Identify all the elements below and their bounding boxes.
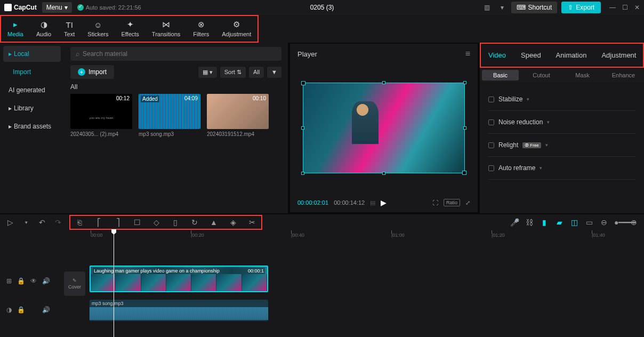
sort-button[interactable]: Sort ⇅ (220, 67, 246, 78)
delete-tool[interactable]: ☐ (132, 218, 142, 227)
tab-adjustment[interactable]: ⚙Adjustment (215, 16, 257, 42)
subtab-cutout[interactable]: Cutout (521, 68, 562, 83)
mask-tool[interactable]: ◇ (151, 218, 161, 227)
zoom-fit-button[interactable]: ⊖ (599, 218, 609, 227)
lock-icon[interactable]: 🔒 (17, 277, 25, 285)
prop-tab-animation[interactable]: Animation (549, 44, 594, 67)
timeline-ruler[interactable]: 00:00 |00:20 |00:40 |01:00 |01:20 |01:40 (0, 230, 644, 242)
player-viewport[interactable] (297, 64, 470, 192)
tab-audio[interactable]: ◑Audio (30, 16, 58, 42)
subtab-enhance[interactable]: Enhance (603, 68, 644, 83)
add-track-icon[interactable]: ⊞ (6, 277, 12, 285)
section-all: All (70, 83, 281, 91)
subtab-mask[interactable]: Mask (562, 68, 603, 83)
tab-text[interactable]: TIText (58, 16, 81, 42)
tab-stickers[interactable]: ☺Stickers (81, 16, 115, 42)
media-item[interactable]: Added04:09 mp3 song.mp3 (139, 94, 200, 137)
eye-icon[interactable]: 👁 (30, 277, 37, 285)
media-item[interactable]: 00:12you are my heart 20240305... (2).mp… (70, 94, 132, 137)
list-icon[interactable]: ▤ (370, 199, 375, 206)
preview-button[interactable]: ▭ (584, 218, 594, 227)
fullscreen-scan-icon[interactable]: ⛶ (432, 199, 438, 206)
split-tool[interactable]: ⎗ (75, 218, 84, 227)
tab-effects[interactable]: ✦Effects (115, 16, 145, 42)
flip-tool[interactable]: ◈ (228, 218, 238, 227)
checkbox[interactable] (488, 119, 494, 125)
fullscreen-icon[interactable]: ⤢ (465, 199, 470, 206)
thumb-duration: 04:09 (184, 95, 198, 101)
player-title: Player (297, 50, 317, 58)
trim-right-tool[interactable]: ⎤ (113, 218, 123, 227)
mute-icon[interactable]: 🔊 (42, 306, 50, 314)
audio-track-icon[interactable]: ◑ (6, 306, 12, 314)
minimize-button[interactable]: — (609, 4, 616, 11)
link-button[interactable]: ⛓ (525, 218, 534, 227)
prop-tab-speed[interactable]: Speed (513, 44, 549, 67)
crop-tool[interactable]: ✂ (247, 218, 257, 227)
shortcut-button[interactable]: ⌨ Shortcut (511, 2, 558, 13)
prop-tab-video[interactable]: Video (481, 44, 513, 67)
checkbox[interactable] (488, 97, 494, 102)
sidebar-item-ai[interactable]: AI generated (3, 82, 61, 98)
player-menu-icon[interactable]: ≡ (465, 49, 470, 59)
filter-icon-button[interactable]: ▼ (267, 67, 281, 78)
cursor-caret[interactable]: ▾ (21, 220, 31, 225)
timeline[interactable]: ⊞ 🔒 👁 🔊 ◑ 🔒 🔊 ✎ Cover Laughing man gamer… (0, 242, 644, 337)
sidebar-item-import[interactable]: Import (3, 64, 61, 80)
playhead[interactable] (114, 230, 114, 337)
sidebar-item-brand[interactable]: ▸Brand assets (3, 118, 61, 134)
play-button[interactable]: ▶ (381, 198, 387, 207)
prop-noise[interactable]: Noise reduction▾ (488, 111, 635, 134)
tab-transitions[interactable]: ⋈Transitions (146, 16, 187, 42)
mic-button[interactable]: 🎤 (510, 218, 519, 227)
prop-tab-adjustment[interactable]: Adjustment (594, 44, 643, 67)
lock-icon[interactable]: 🔒 (17, 306, 25, 314)
video-clip[interactable]: Laughing man gamer plays video game on a… (90, 266, 268, 292)
ruler-mark: |00:40 (291, 230, 391, 242)
undo-button[interactable]: ↶ (37, 218, 47, 227)
mirror-tool[interactable]: ▲ (209, 218, 219, 227)
snap-button[interactable]: ▰ (554, 218, 564, 227)
property-subtabs: Basic Cutout Mask Enhance (480, 68, 644, 83)
redo-button[interactable]: ↷ (53, 218, 63, 227)
layout-icon[interactable]: ▥ (481, 3, 493, 12)
export-button[interactable]: ⇧ Export (561, 2, 601, 13)
cursor-tool[interactable]: ▷ (5, 218, 15, 227)
tab-filters[interactable]: ⊗Filters (187, 16, 215, 42)
media-item[interactable]: 00:10 20240319151​2.mp4 (207, 94, 269, 137)
menu-button[interactable]: Menu ▾ (42, 2, 72, 13)
filter-all-button[interactable]: All (249, 67, 264, 78)
magnet-button[interactable]: ▮ (540, 218, 549, 227)
prop-autoreframe[interactable]: Auto reframe▾ (488, 157, 635, 180)
upload-icon: ⇧ (568, 4, 573, 11)
prop-stabilize[interactable]: Stabilize▾ (488, 88, 635, 111)
align-button[interactable]: ◫ (569, 218, 579, 227)
cover-button[interactable]: ✎ Cover (64, 271, 85, 296)
search-input[interactable]: ⌕ Search material (70, 47, 281, 61)
audio-clip[interactable]: mp3 song.mp3 (90, 300, 268, 321)
mute-icon[interactable]: 🔊 (42, 277, 50, 285)
view-grid-button[interactable]: ▦ ▾ (198, 67, 217, 78)
text-icon: TI (64, 19, 75, 30)
tab-media[interactable]: ▸Media (1, 16, 30, 42)
rotate-tool[interactable]: ↻ (190, 218, 199, 227)
import-button[interactable]: + Import (70, 65, 114, 79)
sidebar-item-local[interactable]: ▸Local (3, 46, 61, 62)
checkbox[interactable] (488, 165, 494, 171)
ruler-mark: |01:20 (492, 230, 592, 242)
all-label: All (253, 69, 260, 75)
video-frame[interactable] (303, 83, 465, 173)
trim-left-tool[interactable]: ⎡ (94, 218, 103, 227)
crop-frame-tool[interactable]: ▯ (171, 218, 180, 227)
checkbox[interactable] (488, 142, 494, 148)
layout-caret[interactable]: ▾ (497, 3, 507, 12)
subtab-basic[interactable]: Basic (482, 70, 519, 81)
properties-panel: Video Speed Animation Adjustment Basic C… (479, 43, 644, 213)
zoom-slider[interactable]: ●━━━━ (614, 218, 624, 227)
ratio-button[interactable]: Ratio (444, 199, 460, 206)
close-button[interactable]: ✕ (634, 4, 640, 11)
prop-relight[interactable]: Relight⦿ Free▾ (488, 134, 635, 157)
sidebar-item-library[interactable]: ▸Library (3, 100, 61, 116)
zoom-in-button[interactable]: ⊕ (629, 218, 639, 227)
maximize-button[interactable]: ☐ (622, 4, 628, 11)
